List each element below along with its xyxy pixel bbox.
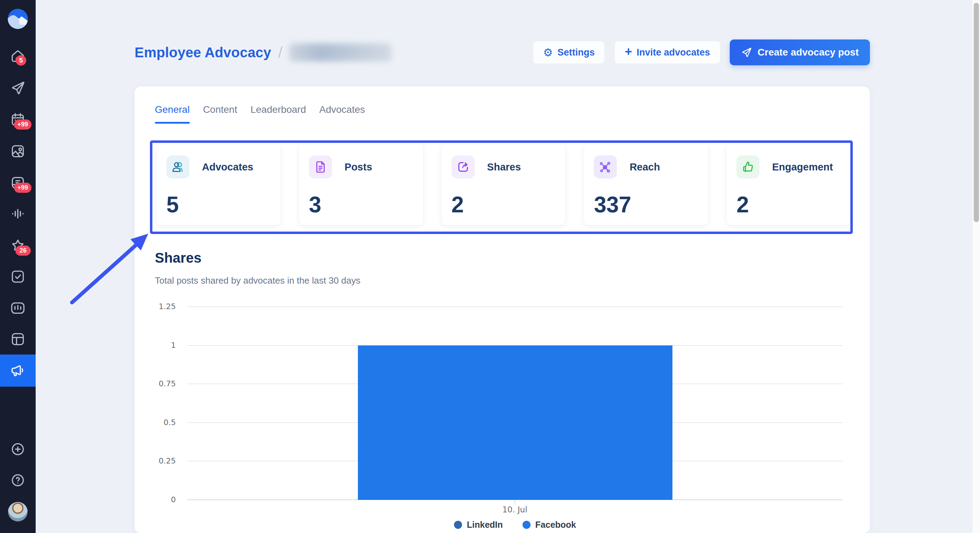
sidebar-item-home[interactable]: 5: [0, 41, 36, 72]
create-advocacy-post-button[interactable]: Create advocacy post: [730, 40, 870, 65]
sidebar-item-tasks[interactable]: [0, 261, 36, 292]
document-icon: [309, 155, 332, 178]
page-title: Employee Advocacy: [135, 45, 271, 60]
sidebar-item-boards[interactable]: [0, 324, 36, 355]
app-root: 5 +99: [0, 0, 980, 533]
settings-button[interactable]: ⚙ Settings: [533, 41, 605, 64]
section-subtitle: Total posts shared by advocates in the l…: [155, 275, 360, 286]
calendar-notification-badge: +99: [14, 119, 32, 130]
plus-icon: +: [625, 45, 632, 58]
analytics-card: General Content Leaderboard Advocates Ad…: [135, 87, 870, 533]
sidebar-item-add[interactable]: [0, 433, 36, 465]
chart-bar-segment-facebook[interactable]: [358, 346, 673, 500]
legend-item-facebook[interactable]: Facebook: [522, 520, 576, 530]
tab-general[interactable]: General: [155, 104, 190, 120]
sidebar: 5 +99: [0, 0, 36, 533]
image-icon: [10, 144, 25, 159]
paper-plane-icon: [741, 47, 752, 58]
tab-leaderboard[interactable]: Leaderboard: [251, 104, 306, 120]
stat-card-advocates: Advocates 5: [157, 144, 280, 225]
settings-button-label: Settings: [557, 47, 595, 58]
facebook-legend-dot: [522, 521, 531, 529]
sidebar-item-advocacy[interactable]: [0, 355, 36, 387]
stat-label: Reach: [630, 161, 660, 173]
share-icon: [452, 155, 475, 178]
stat-card-reach: Reach 337: [584, 144, 708, 225]
network-icon: [594, 155, 617, 178]
sidebar-item-help[interactable]: [0, 465, 36, 496]
y-axis-tick-label: 0.25: [135, 455, 176, 466]
stat-head: Engagement: [737, 155, 840, 178]
scrollbar-thumb[interactable]: [974, 3, 979, 222]
scrollbar-track[interactable]: [972, 0, 980, 533]
sidebar-item-reports[interactable]: [0, 292, 36, 324]
sidebar-item-publish[interactable]: [0, 72, 36, 104]
workspace-logo[interactable]: [8, 9, 28, 29]
mountain-logo-icon: [8, 9, 28, 29]
megaphone-icon: [10, 363, 25, 378]
stat-card-shares: Shares 2: [442, 144, 565, 225]
stat-value: 5: [166, 194, 270, 216]
people-icon: [166, 155, 189, 178]
y-axis-tick-label: 0.75: [135, 378, 176, 389]
waveform-icon: [10, 206, 25, 221]
sidebar-item-inbox[interactable]: +99: [0, 167, 36, 198]
chart-bar[interactable]: [358, 307, 673, 500]
user-avatar[interactable]: [8, 502, 28, 522]
x-axis-label: 10. Jul: [462, 505, 567, 514]
y-axis-tick-label: 1: [135, 340, 176, 351]
legend-label: Facebook: [535, 520, 576, 530]
linkedin-legend-dot: [454, 521, 462, 529]
stat-card-posts: Posts 3: [299, 144, 423, 225]
checkbox-icon: [10, 269, 25, 284]
stat-label: Advocates: [202, 161, 253, 173]
stat-value: 2: [452, 194, 556, 216]
sidebar-item-media[interactable]: [0, 135, 36, 167]
tab-bar: General Content Leaderboard Advocates: [155, 104, 365, 120]
sidebar-item-calendar[interactable]: +99: [0, 104, 36, 135]
stat-label: Posts: [345, 161, 372, 173]
stat-head: Advocates: [166, 155, 270, 178]
breadcrumb-separator: /: [278, 44, 282, 61]
x-axis-tick: [514, 500, 515, 504]
header-actions: ⚙ Settings + Invite advocates Create adv…: [533, 40, 870, 65]
stat-card-engagement: Engagement 2: [727, 144, 850, 225]
stat-value: 337: [594, 194, 698, 216]
invite-button-label: Invite advocates: [636, 47, 710, 58]
create-button-label: Create advocacy post: [758, 47, 859, 58]
stat-head: Reach: [594, 155, 698, 178]
breadcrumb: Employee Advocacy /: [135, 43, 391, 62]
gear-icon: ⚙: [543, 47, 553, 58]
layout-icon: [10, 332, 25, 347]
plus-circle-icon: [10, 441, 25, 457]
stat-label: Engagement: [772, 161, 833, 173]
y-axis-tick-label: 0.5: [135, 417, 176, 428]
tab-content[interactable]: Content: [203, 104, 237, 120]
workspace-name-redacted: [290, 43, 391, 62]
page-header: Employee Advocacy / ⚙ Settings + Invite …: [135, 36, 870, 68]
invite-advocates-button[interactable]: + Invite advocates: [614, 41, 720, 64]
stat-value: 3: [309, 194, 413, 216]
stats-row: Advocates 5 Posts 3: [157, 144, 850, 225]
home-notification-badge: 5: [16, 55, 26, 66]
help-circle-icon: [10, 473, 25, 488]
sidebar-item-reviews[interactable]: 26: [0, 230, 36, 261]
stat-value: 2: [737, 194, 840, 216]
section-title: Shares: [155, 250, 201, 266]
tab-advocates[interactable]: Advocates: [320, 104, 365, 120]
legend-item-linkedin[interactable]: LinkedIn: [454, 520, 503, 530]
legend-label: LinkedIn: [467, 520, 503, 530]
y-axis-tick-label: 1.25: [135, 301, 176, 312]
stat-label: Shares: [487, 161, 521, 173]
thumbs-up-icon: [737, 155, 759, 178]
chart-legend: LinkedIn Facebook: [187, 520, 843, 530]
reviews-notification-badge: 26: [15, 246, 31, 256]
send-icon: [10, 80, 25, 96]
inbox-notification-badge: +99: [14, 183, 32, 193]
y-axis-tick-label: 0: [135, 494, 176, 505]
stat-head: Shares: [452, 155, 556, 178]
bar-chart-icon: [10, 300, 25, 316]
sidebar-item-listening[interactable]: [0, 198, 36, 230]
stat-head: Posts: [309, 155, 413, 178]
